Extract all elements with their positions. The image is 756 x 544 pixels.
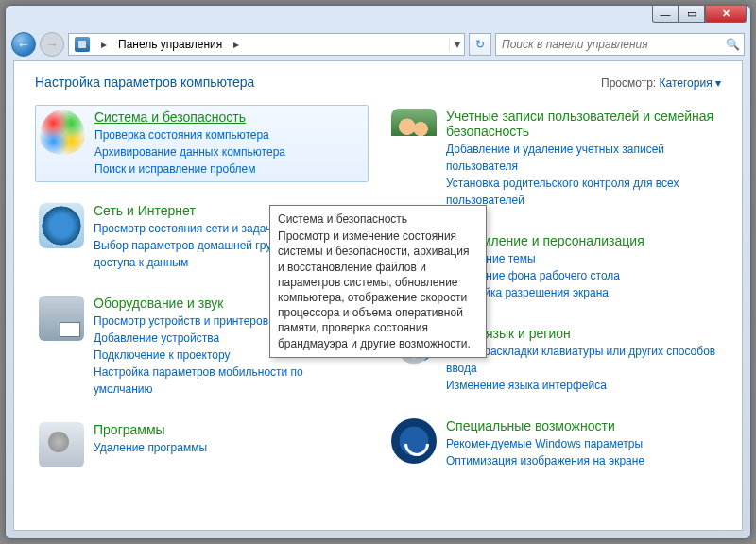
category-title[interactable]: Система и безопасность xyxy=(94,110,364,125)
control-panel-icon xyxy=(73,35,92,54)
category-link[interactable]: Архивирование данных компьютера xyxy=(94,144,364,161)
category-link[interactable]: Оптимизация изображения на экране xyxy=(446,452,717,469)
category-link[interactable]: Изменение темы xyxy=(446,250,717,267)
window-controls: — ▭ ✕ xyxy=(652,6,747,23)
search-input[interactable] xyxy=(500,37,726,52)
category-link[interactable]: Поиск и исправление проблем xyxy=(94,161,364,178)
globe-network-icon xyxy=(39,203,84,248)
category-user-accounts[interactable]: Учетные записи пользователей и семейная … xyxy=(387,105,721,212)
category-link[interactable]: Настройка разрешения экрана xyxy=(446,284,717,301)
header-row: Настройка параметров компьютера Просмотр… xyxy=(35,75,721,90)
category-programs[interactable]: Программы Удаление программы xyxy=(35,418,369,471)
category-link[interactable]: Проверка состояния компьютера xyxy=(94,127,364,144)
page-title: Настройка параметров компьютера xyxy=(35,75,254,90)
tooltip-title: Система и безопасность xyxy=(278,212,478,227)
disc-box-icon xyxy=(39,422,84,468)
refresh-button[interactable]: ↻ xyxy=(469,33,491,56)
category-link[interactable]: Смена раскладки клавиатуры или других сп… xyxy=(446,343,717,377)
forward-button[interactable]: → xyxy=(40,32,64,57)
category-title[interactable]: Специальные возможности xyxy=(446,418,717,434)
address-bar[interactable]: ▸ Панель управления ▸ ▾ xyxy=(68,33,465,56)
window-frame: — ▭ ✕ ← → ▸ Панель управления ▸ ▾ ↻ 🔍 На… xyxy=(5,5,751,539)
maximize-button[interactable]: ▭ xyxy=(679,6,705,23)
shield-icon xyxy=(40,110,85,155)
breadcrumb-sep[interactable]: ▸ xyxy=(228,38,245,51)
category-link[interactable]: Настройка параметров мобильности по умол… xyxy=(94,364,365,398)
view-value[interactable]: Категория ▾ xyxy=(660,76,721,90)
category-title[interactable]: Учетные записи пользователей и семейная … xyxy=(446,109,717,139)
view-selector[interactable]: Просмотр: Категория ▾ xyxy=(601,76,721,90)
category-title[interactable]: Оформление и персонализация xyxy=(446,233,717,248)
printer-icon xyxy=(39,296,84,341)
nav-bar: ← → ▸ Панель управления ▸ ▾ ↻ 🔍 xyxy=(6,28,750,60)
tooltip: Система и безопасность Просмотр и измене… xyxy=(269,205,487,358)
view-label: Просмотр: xyxy=(601,76,656,90)
category-ease-of-access[interactable]: Специальные возможности Рекомендуемые Wi… xyxy=(387,415,721,473)
ease-of-access-icon xyxy=(391,418,437,464)
search-icon[interactable]: 🔍 xyxy=(726,38,740,51)
back-button[interactable]: ← xyxy=(11,32,36,57)
category-link[interactable]: Установка родительского контроля для все… xyxy=(446,175,717,209)
category-link[interactable]: Рекомендуемые Windows параметры xyxy=(446,435,717,452)
search-box[interactable]: 🔍 xyxy=(495,33,745,56)
minimize-button[interactable]: — xyxy=(652,6,679,23)
category-title[interactable]: Часы, язык и регион xyxy=(446,326,717,341)
users-icon xyxy=(391,109,437,154)
category-title[interactable]: Программы xyxy=(94,422,365,437)
breadcrumb-sep-root[interactable]: ▸ xyxy=(95,38,112,51)
category-link[interactable]: Удаление программы xyxy=(94,439,365,456)
category-system-security[interactable]: Система и безопасность Проверка состояни… xyxy=(35,105,369,182)
titlebar[interactable]: — ▭ ✕ xyxy=(6,6,750,28)
close-button[interactable]: ✕ xyxy=(705,6,747,23)
category-link[interactable]: Изменение языка интерфейса xyxy=(446,377,717,394)
breadcrumb[interactable]: Панель управления xyxy=(112,38,228,51)
tooltip-body: Просмотр и изменение состояния системы и… xyxy=(278,229,478,351)
content-area: Настройка параметров компьютера Просмотр… xyxy=(13,60,743,531)
address-dropdown[interactable]: ▾ xyxy=(449,38,464,51)
category-link[interactable]: Изменение фона рабочего стола xyxy=(446,267,717,284)
category-link[interactable]: Добавление и удаление учетных записей по… xyxy=(446,141,717,175)
